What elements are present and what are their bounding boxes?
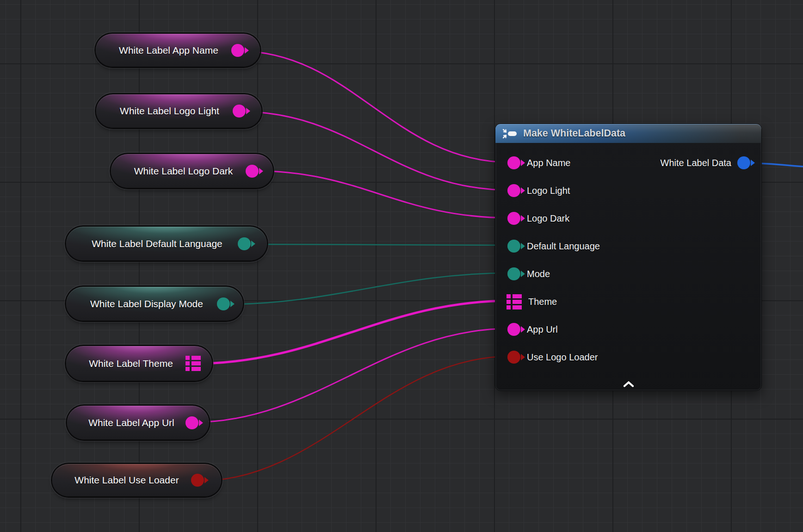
node-header[interactable]: Make WhiteLabelData bbox=[495, 124, 761, 143]
pin-label: Theme bbox=[528, 297, 557, 307]
enum-input-pin[interactable] bbox=[507, 240, 520, 253]
struct-output-pin[interactable] bbox=[737, 156, 750, 169]
blueprint-graph-canvas[interactable]: White Label App Name White Label Logo Li… bbox=[0, 0, 803, 532]
enum-output-pin[interactable] bbox=[217, 297, 230, 310]
wire-logo-dark[interactable] bbox=[252, 171, 511, 218]
string-output-pin[interactable] bbox=[185, 416, 198, 429]
variable-label: White Label Use Loader bbox=[62, 475, 191, 486]
wire-default-language[interactable] bbox=[244, 244, 511, 245]
node-title: Make WhiteLabelData bbox=[523, 128, 625, 139]
wire-use-loader[interactable] bbox=[198, 356, 511, 481]
struct-grid-output-pin[interactable] bbox=[185, 356, 201, 371]
pin-row-app-url: App Url bbox=[495, 315, 761, 343]
node-get-white-label-default-language[interactable]: White Label Default Language bbox=[66, 227, 267, 260]
variable-label: White Label Default Language bbox=[76, 238, 238, 249]
string-input-pin[interactable] bbox=[507, 323, 520, 336]
pin-row-mode: Mode bbox=[495, 260, 761, 288]
string-input-pin[interactable] bbox=[507, 212, 520, 225]
pin-row-logo-dark: Logo Dark bbox=[495, 204, 761, 232]
pin-label: App Name bbox=[527, 158, 571, 168]
pin-label: Use Logo Loader bbox=[527, 352, 598, 363]
variable-label: White Label Display Mode bbox=[76, 298, 217, 309]
variable-label: White Label Theme bbox=[76, 358, 185, 369]
variable-label: White Label App Name bbox=[106, 45, 231, 56]
node-get-white-label-theme[interactable]: White Label Theme bbox=[66, 346, 212, 381]
struct-grid-input-pin[interactable] bbox=[507, 294, 522, 309]
pin-row-default-language: Default Language bbox=[495, 232, 761, 260]
pin-row-white-label-data: White Label Data bbox=[661, 156, 750, 169]
pin-label: Mode bbox=[527, 269, 550, 279]
pin-row-logo-light: Logo Light bbox=[495, 177, 761, 204]
node-get-white-label-display-mode[interactable]: White Label Display Mode bbox=[66, 287, 243, 321]
node-get-white-label-app-name[interactable]: White Label App Name bbox=[96, 34, 260, 67]
string-output-pin[interactable] bbox=[246, 165, 259, 178]
chevron-up-icon bbox=[623, 381, 634, 387]
wire-app-url[interactable] bbox=[192, 328, 511, 422]
pin-label: Default Language bbox=[527, 241, 600, 252]
pin-row-use-logo-loader: Use Logo Loader bbox=[495, 343, 761, 371]
wire-display-mode[interactable] bbox=[223, 273, 511, 304]
enum-input-pin[interactable] bbox=[507, 267, 520, 280]
variable-label: White Label App Url bbox=[77, 417, 185, 428]
bool-output-pin[interactable] bbox=[191, 474, 204, 487]
string-input-pin[interactable] bbox=[507, 156, 520, 169]
node-get-white-label-use-loader[interactable]: White Label Use Loader bbox=[52, 464, 221, 496]
string-output-pin[interactable] bbox=[233, 105, 246, 118]
node-get-white-label-app-url[interactable]: White Label App Url bbox=[67, 406, 209, 439]
node-make-whitelabeldata[interactable]: Make WhiteLabelData App Name Logo Light … bbox=[495, 124, 762, 391]
input-pin-list: App Name Logo Light Logo Dark Default La… bbox=[495, 143, 761, 371]
pin-row-theme: Theme bbox=[495, 288, 761, 315]
pin-label: Logo Light bbox=[527, 186, 570, 196]
string-input-pin[interactable] bbox=[507, 184, 520, 197]
make-struct-icon bbox=[502, 128, 518, 139]
wire-logo-light[interactable] bbox=[239, 111, 511, 190]
variable-label: White Label Logo Light bbox=[106, 105, 233, 117]
variable-label: White Label Logo Dark bbox=[121, 166, 246, 177]
wire-app-name[interactable] bbox=[237, 51, 511, 162]
pin-label: App Url bbox=[527, 324, 558, 335]
node-get-white-label-logo-light[interactable]: White Label Logo Light bbox=[96, 94, 261, 128]
string-output-pin[interactable] bbox=[231, 44, 244, 57]
bool-input-pin[interactable] bbox=[507, 351, 520, 364]
node-get-white-label-logo-dark[interactable]: White Label Logo Dark bbox=[111, 154, 273, 188]
collapse-node-button[interactable] bbox=[622, 380, 636, 388]
pin-label: White Label Data bbox=[661, 158, 731, 168]
wire-theme[interactable] bbox=[194, 301, 511, 364]
enum-output-pin[interactable] bbox=[238, 237, 251, 250]
pin-label: Logo Dark bbox=[527, 213, 569, 224]
